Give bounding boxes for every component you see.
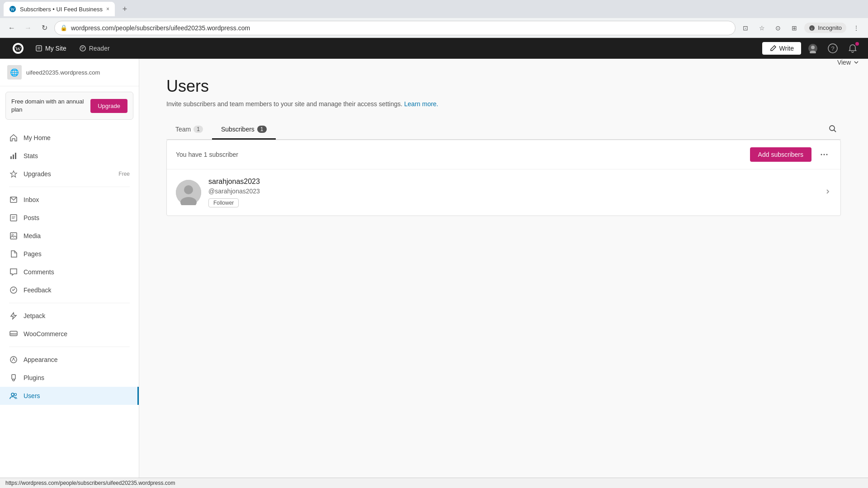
subscriber-avatar (176, 180, 201, 205)
page-title: Users (166, 77, 841, 96)
svg-point-39 (824, 154, 825, 155)
sidebar-item-my-home[interactable]: My Home (0, 129, 139, 147)
incognito-badge[interactable]: i Incognito (804, 23, 846, 33)
extensions-icon[interactable]: ⊞ (788, 22, 801, 34)
sidebar-item-pages[interactable]: Pages (0, 245, 139, 263)
write-label: Write (779, 45, 794, 52)
sidebar-item-feedback[interactable]: Feedback (0, 281, 139, 299)
notifications-button[interactable] (844, 40, 861, 56)
address-text: wordpress.com/people/subscribers/uifeed2… (71, 24, 730, 32)
stats-icon (9, 151, 18, 160)
sidebar-item-plugins[interactable]: Plugins (0, 369, 139, 387)
nav-divider-2 (9, 303, 130, 303)
promo-text: Free domain with an annual plan (11, 98, 87, 114)
upgrades-icon (9, 169, 18, 178)
svg-point-36 (830, 126, 835, 131)
subscribers-panel: You have 1 subscriber Add subscribers sa… (166, 140, 841, 216)
inbox-icon (9, 195, 18, 204)
page-subtitle-text: Invite subscribers and team members to y… (166, 100, 402, 108)
content-area: View Users Invite subscribers and team m… (139, 59, 868, 488)
tab-search-button[interactable] (825, 121, 841, 139)
bookmark-icon[interactable]: ☆ (755, 22, 768, 34)
subscriber-info: sarahjonas2023 @sarahjonas2023 Follower (208, 178, 817, 207)
lock-icon: 🔒 (60, 24, 67, 31)
reader-topbar-item[interactable]: Reader (73, 38, 116, 59)
site-domain: uifeed20235.wordpress.com (26, 69, 100, 76)
media-icon (9, 231, 18, 240)
sidebar-item-inbox[interactable]: Inbox (0, 191, 139, 209)
my-site-topbar-item[interactable]: My Site (29, 38, 73, 59)
help-button[interactable]: ? (825, 40, 841, 56)
nav-divider-3 (9, 347, 130, 347)
sidebar: 🌐 uifeed20235.wordpress.com Free domain … (0, 59, 139, 488)
svg-text:W: W (10, 7, 15, 12)
upgrade-button[interactable]: Upgrade (90, 99, 127, 113)
svg-point-40 (826, 154, 828, 155)
sidebar-item-stats[interactable]: Stats (0, 147, 139, 165)
svg-point-32 (13, 358, 14, 359)
subscribers-count-text: You have 1 subscriber (176, 151, 745, 158)
sidebar-item-comments[interactable]: Comments (0, 263, 139, 281)
site-favicon: 🌐 (7, 65, 22, 80)
users-icon (9, 391, 18, 400)
add-subscribers-button[interactable]: Add subscribers (750, 147, 811, 162)
tab-close-button[interactable]: × (106, 6, 109, 12)
comments-label: Comments (24, 268, 130, 276)
jetpack-label: Jetpack (24, 312, 130, 319)
address-bar[interactable]: 🔒 wordpress.com/people/subscribers/uifee… (54, 21, 736, 35)
svg-point-31 (10, 357, 17, 363)
woocommerce-label: WooCommerce (24, 330, 130, 338)
svg-rect-26 (10, 233, 17, 239)
svg-rect-20 (13, 155, 14, 159)
sidebar-item-appearance[interactable]: Appearance (0, 351, 139, 369)
reload-button[interactable]: ↻ (38, 22, 51, 34)
subscriber-row[interactable]: sarahjonas2023 @sarahjonas2023 Follower (167, 169, 840, 216)
sidebar-item-posts[interactable]: Posts (0, 209, 139, 227)
inbox-label: Inbox (24, 196, 130, 203)
more-actions-button[interactable] (817, 147, 831, 162)
forward-button[interactable]: → (22, 22, 34, 34)
browser-tab[interactable]: W Subscribers • UI Feed Business × (4, 2, 115, 16)
svg-text:W: W (15, 45, 21, 52)
back-button[interactable]: ← (5, 22, 18, 34)
tab-subscribers-count: 1 (257, 126, 267, 133)
svg-point-35 (14, 394, 17, 396)
svg-text:woo: woo (10, 332, 17, 335)
cast-icon[interactable]: ⊡ (739, 22, 752, 34)
subscriber-tag: Follower (208, 198, 239, 207)
woocommerce-icon: woo (9, 329, 18, 338)
home-icon (9, 133, 18, 142)
sidebar-item-jetpack[interactable]: Jetpack (0, 307, 139, 325)
page-subtitle: Invite subscribers and team members to y… (166, 100, 841, 108)
menu-icon[interactable]: ⋮ (850, 22, 863, 34)
profile-icon[interactable]: ⊙ (772, 22, 784, 34)
sidebar-item-upgrades[interactable]: Upgrades Free (0, 165, 139, 183)
wp-logo[interactable]: W (7, 43, 29, 54)
view-toggle[interactable]: View (837, 59, 859, 66)
sidebar-item-woocommerce[interactable]: woo WooCommerce (0, 325, 139, 343)
tab-subscribers[interactable]: Subscribers 1 (212, 120, 276, 140)
learn-more-link[interactable]: Learn more. (404, 100, 438, 108)
tab-subscribers-label: Subscribers (221, 126, 255, 133)
view-toggle-label: View (837, 59, 851, 66)
wp-logo-icon: W (13, 43, 24, 54)
feedback-label: Feedback (24, 286, 130, 294)
upgrades-badge: Free (118, 171, 130, 177)
status-url: https://wordpress.com/people/subscribers… (5, 480, 175, 486)
subscribers-header: You have 1 subscriber Add subscribers (167, 140, 840, 169)
svg-point-9 (80, 46, 85, 51)
new-tab-button[interactable]: + (118, 3, 131, 15)
write-button[interactable]: Write (762, 42, 801, 55)
posts-label: Posts (24, 214, 130, 221)
svg-rect-23 (10, 215, 17, 221)
subscriber-handle: @sarahjonas2023 (208, 188, 817, 195)
user-avatar-button[interactable] (805, 40, 821, 56)
tab-title: Subscribers • UI Feed Business (20, 6, 103, 13)
sidebar-item-users[interactable]: Users (0, 387, 139, 405)
posts-icon (9, 213, 18, 222)
sidebar-item-media[interactable]: Media (0, 227, 139, 245)
subscriber-arrow-icon (824, 188, 831, 197)
sidebar-nav: My Home Stats Upgrades Free (0, 125, 139, 488)
tab-team[interactable]: Team 1 (166, 120, 212, 140)
my-home-label: My Home (24, 134, 130, 141)
